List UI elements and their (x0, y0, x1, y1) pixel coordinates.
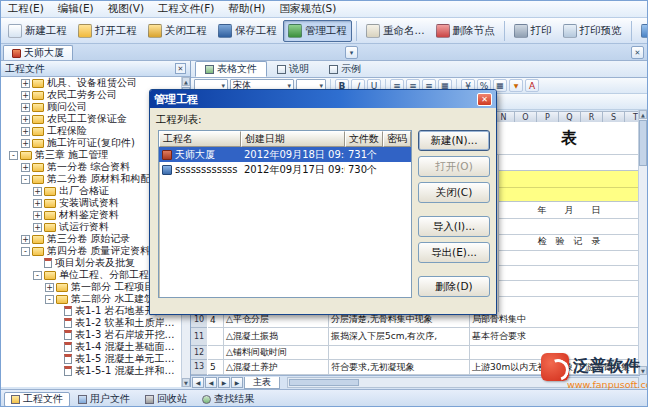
expand-plus-icon[interactable] (33, 211, 42, 220)
delete-node-button[interactable]: 删除节点 (431, 20, 500, 42)
dialog-close-icon[interactable] (477, 93, 492, 106)
column-header-name[interactable]: 工程名 (159, 131, 241, 147)
menu-edit[interactable]: 编辑(E) (51, 1, 101, 17)
expand-plus-icon[interactable] (21, 79, 30, 88)
print-preview-button[interactable]: 打印预览 (558, 20, 627, 42)
sheet-cell[interactable]: 5 (208, 360, 223, 375)
collapse-minus-icon[interactable] (33, 271, 42, 280)
expand-plus-icon[interactable] (33, 223, 42, 232)
expand-plus-icon[interactable] (21, 163, 30, 172)
new-button[interactable]: 新建(N)... (418, 130, 490, 151)
last-sheet-icon[interactable] (231, 377, 243, 388)
new-project-button[interactable]: 新建工程 (3, 20, 72, 42)
inspection-record-cell[interactable]: 检 验 记 录 (498, 235, 640, 248)
find-button[interactable]: 查找 (636, 20, 648, 42)
tab-close-icon[interactable] (631, 46, 644, 59)
menu-help[interactable]: 帮助(H) (221, 1, 272, 17)
sheet-cell[interactable]: 符合要求,无初凝现象 (329, 360, 469, 375)
open-project-button[interactable]: 打开工程 (73, 20, 142, 42)
expand-plus-icon[interactable] (33, 199, 42, 208)
delete-button[interactable]: 删除(D) (418, 276, 490, 297)
manage-project-button[interactable]: 管理工程 (283, 20, 352, 42)
sheet-cell[interactable]: △铺料间歇时间 (224, 346, 328, 360)
highlighted-cells[interactable] (498, 170, 640, 202)
sheet-cell[interactable] (329, 346, 469, 360)
row-number[interactable]: 13 (191, 360, 207, 375)
sheet-cell[interactable]: 振捣深入下层5cm,有次序, (329, 328, 469, 346)
scrollbar-thumb[interactable] (639, 120, 647, 166)
save-project-button[interactable]: 保存工程 (213, 20, 282, 42)
tree-item[interactable]: 机具、设备租赁公司 (1, 77, 181, 89)
open-button[interactable]: 打开(O) (418, 156, 490, 177)
project-list[interactable]: 工程名 创建日期 文件数 密码 天师大厦 2012年09月18日 09:35:5… (158, 130, 412, 298)
expand-plus-icon[interactable] (21, 139, 30, 148)
project-row[interactable]: ssssssssssss 2012年09月17日 09:00:42 730个 (159, 162, 411, 177)
dialog-title-bar[interactable]: 管理工程 (150, 90, 496, 108)
rename-button[interactable]: 重命名... (361, 20, 430, 42)
menu-project-files[interactable]: 工程文件(F) (151, 1, 221, 17)
panel-close-icon[interactable] (175, 63, 186, 74)
tree-item[interactable]: 表1-3 岩石岸坡开挖单元工程质量 (1, 329, 181, 341)
export-button[interactable]: 导出(E)... (418, 242, 490, 263)
tab-description[interactable]: 说明 (267, 61, 319, 77)
scrollbar-thumb[interactable] (289, 379, 359, 386)
first-sheet-icon[interactable] (192, 377, 204, 388)
menu-national-standards[interactable]: 国家规范(S) (272, 1, 343, 17)
column-header[interactable]: P (537, 111, 559, 122)
collapse-minus-icon[interactable] (21, 175, 30, 184)
sheet-cell[interactable]: △混凝土振捣 (224, 328, 328, 346)
tree-item[interactable]: 表1-5 混凝土单元工程质量评定 (1, 353, 181, 365)
column-header[interactable]: S (603, 111, 625, 122)
vertical-scrollbar[interactable] (638, 110, 647, 375)
tab-list-dropdown-icon[interactable] (345, 46, 358, 59)
sheet-cell[interactable] (208, 328, 223, 346)
project-tab[interactable]: 天师大厦 (3, 45, 73, 60)
close-project-button[interactable]: 关闭工程 (143, 20, 212, 42)
column-header[interactable]: Q (559, 111, 581, 122)
prev-sheet-icon[interactable] (205, 377, 217, 388)
import-button[interactable]: 导入(I)... (418, 216, 490, 237)
date-cell[interactable]: 年 月 日 (498, 204, 640, 217)
column-header-files[interactable]: 文件数 (345, 131, 383, 147)
font-color-icon[interactable] (525, 79, 539, 92)
tab-example[interactable]: 示例 (319, 61, 371, 77)
sheet-tab-main[interactable]: 主表 (244, 377, 280, 389)
menu-view[interactable]: 视图(V) (101, 1, 151, 17)
project-row[interactable]: 天师大厦 2012年09月18日 09:35:51 731个 (159, 147, 411, 162)
expand-plus-icon[interactable] (21, 103, 30, 112)
row-number[interactable]: 12 (191, 346, 207, 360)
tree-item[interactable]: 表1-4 混凝土基础面处理单元工程 (1, 341, 181, 353)
column-header[interactable]: R (581, 111, 603, 122)
print-button[interactable]: 打印 (509, 20, 557, 42)
column-header-password[interactable]: 密码 (383, 131, 411, 147)
expand-plus-icon[interactable] (45, 283, 54, 292)
expand-plus-icon[interactable] (21, 91, 30, 100)
row-number[interactable]: 11 (191, 328, 207, 346)
tab-table-file[interactable]: 表格文件 (195, 61, 267, 77)
close-button[interactable]: 关闭(C) (418, 182, 490, 203)
fill-color-icon[interactable] (509, 79, 523, 92)
tree-item[interactable]: 表1-2 软基和土质岸坡开挖单元 (1, 317, 181, 329)
tree-item[interactable]: 表1-5-1 混凝土拌和质量评定 (1, 365, 181, 377)
expand-plus-icon[interactable] (21, 127, 30, 136)
scroll-up-icon[interactable] (639, 110, 647, 119)
expand-plus-icon[interactable] (21, 115, 30, 124)
bottom-tab-search-results[interactable]: 查找结果 (195, 392, 261, 407)
column-header[interactable]: O (515, 111, 537, 122)
menu-project[interactable]: 工程(E) (1, 1, 51, 17)
sheet-cell[interactable]: △混凝土养护 (224, 360, 328, 375)
expand-plus-icon[interactable] (21, 235, 30, 244)
collapse-minus-icon[interactable] (45, 295, 54, 304)
sheet-cell[interactable]: 基本符合要求 (470, 328, 640, 346)
bottom-tab-user-files[interactable]: 用户文件 (71, 392, 137, 407)
expand-plus-icon[interactable] (33, 187, 42, 196)
collapse-minus-icon[interactable] (21, 247, 30, 256)
next-sheet-icon[interactable] (218, 377, 230, 388)
column-header-created[interactable]: 创建日期 (241, 131, 345, 147)
bottom-tab-recycle-bin[interactable]: 回收站 (138, 392, 194, 407)
scroll-up-icon[interactable] (182, 77, 190, 86)
bottom-tab-project-files[interactable]: 工程文件 (4, 392, 70, 407)
collapse-minus-icon[interactable] (9, 151, 18, 160)
scroll-down-icon[interactable] (182, 378, 190, 387)
sheet-cell[interactable] (208, 346, 223, 360)
